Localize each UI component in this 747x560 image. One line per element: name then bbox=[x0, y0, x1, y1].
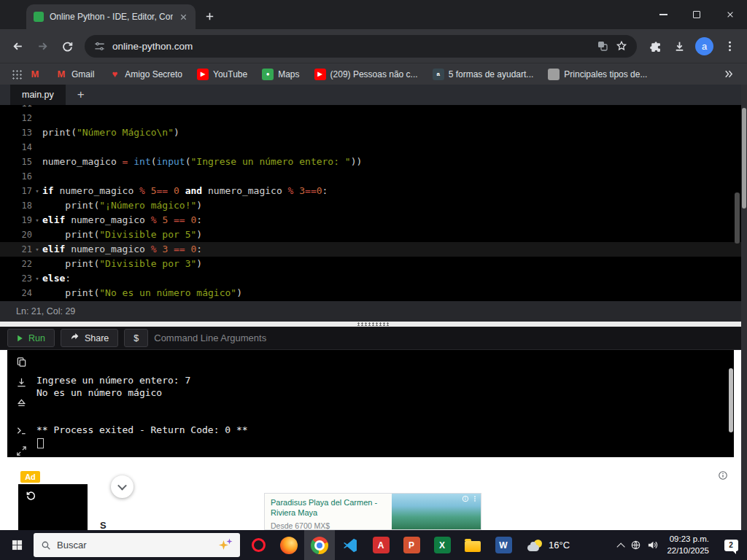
taskbar-search[interactable]: Buscar bbox=[34, 533, 240, 557]
run-button[interactable]: Run bbox=[7, 329, 55, 347]
code-line[interactable]: 13print("Número Mágico\n") bbox=[0, 125, 747, 140]
editor-new-file-button[interactable]: + bbox=[77, 85, 85, 104]
code-line[interactable]: 23▾else: bbox=[0, 271, 747, 286]
extensions-button[interactable] bbox=[643, 34, 666, 58]
window-minimize-button[interactable] bbox=[646, 0, 680, 29]
scrollbar-thumb[interactable] bbox=[742, 108, 746, 209]
expand-console-button[interactable] bbox=[14, 445, 28, 456]
code-line[interactable]: 24 print("No es un número mágico") bbox=[0, 286, 747, 300]
fold-marker-icon[interactable]: ▾ bbox=[32, 213, 42, 228]
ad-section: Ad S Paradisus Playa del Carmen - Rivier… bbox=[0, 470, 741, 530]
splitter-handle[interactable] bbox=[0, 322, 747, 327]
taskbar-app-firefox[interactable] bbox=[274, 530, 304, 560]
taskbar-app-opera[interactable] bbox=[243, 530, 274, 560]
tab-close-icon[interactable] bbox=[179, 12, 188, 22]
copy-output-button[interactable] bbox=[14, 356, 28, 368]
ad-reload-icon[interactable] bbox=[26, 490, 36, 501]
bookmark-item[interactable]: ♥Amigo Secreto bbox=[109, 69, 182, 80]
copilot-sparkle-icon[interactable] bbox=[218, 540, 233, 551]
page-scrollbar[interactable] bbox=[741, 85, 747, 530]
fold-marker-icon[interactable]: ▾ bbox=[32, 184, 42, 198]
notification-center-button[interactable]: 2 bbox=[715, 530, 747, 560]
bookmark-item[interactable]: M bbox=[29, 69, 41, 80]
fold-marker-icon[interactable]: ▾ bbox=[32, 242, 42, 257]
code-line[interactable]: 14 bbox=[0, 140, 747, 155]
taskbar-app-vscode[interactable] bbox=[335, 530, 365, 560]
start-button[interactable] bbox=[0, 530, 34, 560]
cursor-position: Ln: 21, Col: 29 bbox=[16, 306, 75, 316]
code-line[interactable]: 12 bbox=[0, 111, 747, 125]
bookmark-item[interactable]: ▶(209) Pessoas não c... bbox=[314, 69, 418, 80]
weather-widget[interactable]: 16°C bbox=[519, 530, 578, 560]
share-button[interactable]: Share bbox=[61, 329, 118, 347]
editor-tab-bar: main.py + bbox=[0, 85, 747, 105]
editor-status-bar: Ln: 21, Col: 29 bbox=[0, 301, 747, 322]
taskbar-app-acrobat[interactable]: A bbox=[365, 530, 396, 560]
code-editor[interactable]: 111213print("Número Mágico\n")1415numero… bbox=[0, 105, 747, 301]
volume-button[interactable] bbox=[644, 530, 661, 560]
command-line-arguments-input[interactable] bbox=[154, 332, 740, 343]
back-button[interactable] bbox=[6, 34, 29, 58]
new-tab-button[interactable] bbox=[204, 11, 215, 22]
refresh-button[interactable] bbox=[55, 34, 79, 58]
code-line[interactable]: 16 bbox=[0, 169, 747, 184]
info-icon[interactable] bbox=[462, 495, 469, 502]
bookmark-item[interactable]: Principales tipos de... bbox=[548, 69, 647, 80]
firefox-icon bbox=[280, 537, 298, 554]
code-line[interactable]: 11 bbox=[0, 105, 747, 111]
ad-collapse-button[interactable] bbox=[111, 475, 133, 498]
bookmark-item[interactable]: ▶YouTube bbox=[197, 69, 247, 80]
code-line[interactable]: 22 print("Divisible por 3") bbox=[0, 257, 747, 271]
bookmark-star-icon[interactable] bbox=[616, 40, 627, 52]
profile-avatar[interactable]: a bbox=[695, 37, 713, 55]
browser-menu-button[interactable] bbox=[718, 34, 741, 58]
editor-file-tab[interactable]: main.py bbox=[10, 85, 66, 105]
taskbar-app-chrome[interactable] bbox=[304, 530, 335, 560]
console-output[interactable]: Ingrese un número entero: 7No es un núme… bbox=[7, 350, 734, 457]
code-line[interactable]: 19▾elif numero_magico % 5 == 0: bbox=[0, 213, 747, 228]
search-icon bbox=[41, 540, 51, 551]
taskbar-app-excel[interactable]: X bbox=[427, 530, 457, 560]
browser-tab[interactable]: Online Python - IDE, Editor, Con... bbox=[26, 4, 196, 29]
taskbar-clock[interactable]: 09:23 p.m. 22/10/2025 bbox=[661, 534, 715, 556]
code-line[interactable]: 20 print("Divisible por 5") bbox=[0, 228, 747, 242]
taskbar-app-word[interactable]: W bbox=[488, 530, 519, 560]
fold-marker-icon bbox=[32, 105, 42, 111]
code-line[interactable]: 15numero_magico = int(input("Ingrese un … bbox=[0, 155, 747, 169]
window-maximize-button[interactable] bbox=[680, 0, 713, 29]
command-line-args-button[interactable]: $ bbox=[124, 329, 148, 347]
ad-title[interactable]: Paradisus Playa del Carmen - Riviera May… bbox=[271, 497, 386, 518]
ad-placeholder[interactable] bbox=[18, 484, 88, 530]
code-line[interactable]: 21▾elif numero_magico % 3 == 0: bbox=[0, 242, 747, 257]
forward-button[interactable] bbox=[31, 34, 54, 58]
code-line[interactable]: 17▾if numero_magico % 5== 0 and numero_m… bbox=[0, 184, 747, 198]
console-scrollbar[interactable] bbox=[729, 368, 733, 432]
downloads-button[interactable] bbox=[667, 34, 691, 58]
code-line[interactable]: 18 print("¡Número mágico!") bbox=[0, 198, 747, 213]
browser-tab-strip: Online Python - IDE, Editor, Con... bbox=[0, 0, 747, 29]
window-close-button[interactable] bbox=[713, 0, 747, 29]
taskbar-app-folder[interactable] bbox=[457, 530, 488, 560]
kebab-menu-icon[interactable] bbox=[471, 495, 479, 502]
translate-icon[interactable] bbox=[597, 40, 608, 52]
network-button[interactable] bbox=[627, 530, 644, 560]
bookmarks-overflow-icon[interactable] bbox=[723, 69, 734, 79]
line-number: 18 bbox=[0, 198, 32, 213]
tray-overflow-button[interactable] bbox=[611, 530, 627, 560]
ad-banner[interactable]: Paradisus Playa del Carmen - Riviera May… bbox=[264, 493, 481, 530]
bookmark-item[interactable]: a5 formas de ayudart... bbox=[433, 69, 534, 80]
site-info-icon[interactable] bbox=[94, 41, 105, 52]
taskbar-app-powerpoint[interactable]: P bbox=[396, 530, 427, 560]
url-bar[interactable]: online-python.com bbox=[85, 35, 637, 58]
editor-scrollbar[interactable] bbox=[735, 192, 740, 244]
bookmark-item[interactable]: ●Maps bbox=[262, 69, 299, 80]
bookmark-item[interactable]: MGmail bbox=[55, 69, 94, 80]
ad-info-icon[interactable] bbox=[718, 470, 728, 481]
apps-grid-icon[interactable] bbox=[12, 69, 22, 79]
excel-icon: X bbox=[434, 537, 451, 553]
fold-marker-icon[interactable]: ▾ bbox=[32, 271, 42, 286]
clear-console-button[interactable] bbox=[14, 397, 28, 408]
ad-image[interactable] bbox=[392, 494, 481, 529]
open-terminal-button[interactable] bbox=[14, 424, 28, 436]
download-output-button[interactable] bbox=[14, 376, 28, 388]
